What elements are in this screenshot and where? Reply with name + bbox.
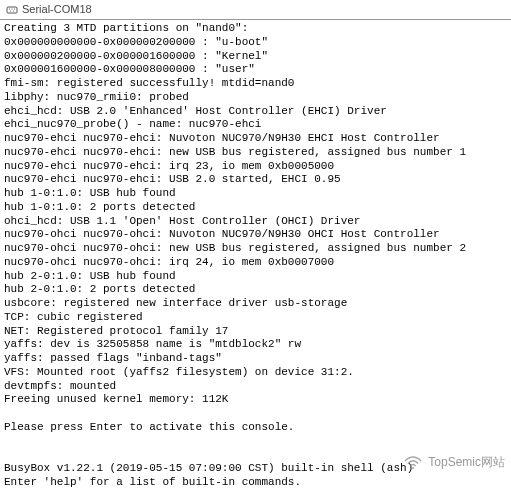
svg-point-4 <box>10 10 11 11</box>
window-titlebar: Serial-COM18 <box>0 0 511 20</box>
svg-point-1 <box>9 8 10 9</box>
serial-port-icon <box>6 4 18 16</box>
wifi-icon <box>404 456 422 470</box>
svg-point-2 <box>11 8 12 9</box>
svg-point-5 <box>13 10 14 11</box>
svg-point-3 <box>14 8 15 9</box>
watermark-text: TopSemic网站 <box>428 455 505 470</box>
svg-rect-0 <box>7 7 17 13</box>
terminal-output[interactable]: Creating 3 MTD partitions on "nand0": 0x… <box>0 20 511 500</box>
svg-point-6 <box>412 466 414 468</box>
watermark: TopSemic网站 <box>404 455 505 470</box>
window-title: Serial-COM18 <box>22 3 92 17</box>
